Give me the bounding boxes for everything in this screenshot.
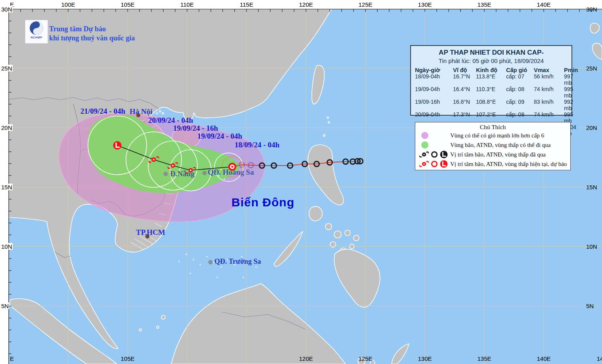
legend-icon-cell bbox=[419, 131, 450, 140]
legend: Chú Thích Vùng có thể có gió mạnh lớn hơ… bbox=[415, 122, 571, 170]
place-label-TP.HCM: TP.HCM bbox=[136, 228, 165, 237]
table-cell: 992 mb bbox=[564, 99, 578, 111]
axis-label-bottom-135E: 135E bbox=[477, 355, 491, 362]
axis-label-bottom-125E: 125E bbox=[358, 355, 372, 362]
place-label-Hà Nội: Hà Nội bbox=[130, 107, 153, 116]
island-mindoro bbox=[309, 206, 323, 221]
table-cell: 113.8°E bbox=[476, 73, 505, 86]
axis-label-bottom-130E: 130E bbox=[418, 355, 432, 362]
axis-label-top-105E: 105E bbox=[120, 1, 134, 8]
table-cell: 110.3°E bbox=[476, 86, 505, 99]
table-cell: cấp: 09 bbox=[506, 99, 533, 111]
table-cell: cấp: 07 bbox=[506, 73, 533, 86]
legend-title: Chú Thích bbox=[419, 124, 567, 131]
forecast-low-marker bbox=[113, 141, 122, 150]
black-symbols-icon bbox=[419, 150, 450, 159]
table-cell: 19/09-16h bbox=[415, 99, 452, 111]
org-name-line1: Trung tâm Dự báo bbox=[49, 25, 135, 34]
track-date-label: 21/09/24 - 04h bbox=[80, 107, 125, 116]
city-dot-QĐ. Hoàng Sa bbox=[203, 171, 206, 175]
axis-label-bottom-120E: 120E bbox=[299, 355, 313, 362]
axis-label-right-10N: 10N bbox=[586, 243, 597, 250]
table-cell: 995 mb bbox=[564, 86, 578, 99]
table-cell: 56 km/h bbox=[534, 73, 563, 86]
table-header: Kinh độ bbox=[476, 67, 505, 73]
table-cell: 16.8°N bbox=[453, 99, 475, 111]
table-cell: 16.7°N bbox=[453, 73, 475, 86]
axis-label-left-30N: 30N bbox=[1, 6, 13, 13]
table-cell: 74 km/h bbox=[534, 86, 563, 99]
axis-label-bottom-140E: 140E bbox=[537, 355, 550, 362]
legend-item: Vùng bão, ATNĐ, vùng thấp có thể đi qua bbox=[419, 140, 567, 150]
city-dot-Đ.Nẵng bbox=[164, 172, 168, 176]
green-circle-icon bbox=[419, 140, 450, 150]
axis-label-top-130E: 130E bbox=[418, 1, 432, 8]
axis-label-bottom-14: 14 bbox=[597, 355, 602, 362]
axis-label-left-5N: 5N bbox=[1, 303, 9, 309]
axis-label-top-115E: 115E bbox=[240, 1, 253, 8]
axis-label-right-15N: 15N bbox=[586, 184, 597, 191]
axis-label-right-25N: 25N bbox=[586, 65, 597, 72]
table-cell: 83 km/h bbox=[534, 99, 563, 111]
red-symbols-icon bbox=[419, 159, 450, 169]
legend-icon-cell bbox=[419, 159, 450, 169]
legend-icon-cell bbox=[419, 140, 450, 150]
place-label-QĐ. Trường Sa: QĐ. Trường Sa bbox=[214, 257, 261, 266]
org-name-line2: khí tượng thuỷ văn quốc gia bbox=[49, 34, 135, 43]
place-label-QĐ. Hoàng Sa: QĐ. Hoàng Sa bbox=[208, 168, 254, 177]
table-header: Vĩ độ bbox=[453, 67, 475, 73]
axis-label-right-30N: 30N bbox=[586, 6, 597, 13]
legend-rows: Vùng có thể có gió mạnh lớn hơn cấp 6Vùn… bbox=[419, 131, 567, 169]
legend-item-text: Vị trí tâm bão, ATNĐ, vùng thấp hiện tại… bbox=[450, 161, 567, 168]
axis-label-left-10N: 10N bbox=[1, 243, 13, 250]
axis-label-right-20N: 20N bbox=[586, 124, 597, 131]
place-label-Đ.Nẵng: Đ.Nẵng bbox=[170, 170, 195, 178]
legend-item: Vị trí tâm bão, ATNĐ, vùng thấp đã qua bbox=[419, 150, 567, 159]
track-date-label: 20/09/24 - 04h bbox=[148, 116, 193, 125]
table-header: Pmin bbox=[564, 67, 578, 73]
axis-label-top-125E: 125E bbox=[358, 1, 372, 8]
track-date-label: 18/09/24 - 04h bbox=[235, 141, 279, 149]
legend-item: Vị trí tâm bão, ATNĐ, vùng thấp hiện tại… bbox=[419, 159, 567, 169]
table-cell: 16.4°N bbox=[453, 86, 475, 99]
axis-label-bottom-E: E bbox=[10, 355, 14, 362]
axis-label-bottom-105E: 105E bbox=[120, 355, 134, 362]
table-cell: 18/09-04h bbox=[415, 73, 452, 86]
axis-label-right-5N: 5N bbox=[586, 303, 594, 309]
axis-label-top-140E: 140E bbox=[537, 1, 550, 8]
city-dot-QĐ. Trường Sa bbox=[208, 260, 212, 264]
legend-item-text: Vị trí tâm bão, ATNĐ, vùng thấp đã qua bbox=[450, 151, 546, 158]
legend-item-text: Vùng bão, ATNĐ, vùng thấp có thể đi qua bbox=[450, 142, 550, 149]
table-cell: 19/09-04h bbox=[415, 86, 452, 99]
bulletin-issued-time: Tin phát lúc: 05 giờ 00 phút, 18/09/2024 bbox=[415, 57, 568, 64]
table-header: Vmax bbox=[534, 67, 563, 73]
track-date-label: 19/09/24 - 04h bbox=[197, 132, 242, 141]
legend-item: Vùng có thể có gió mạnh lớn hơn cấp 6 bbox=[419, 131, 567, 140]
axis-label-left-20N: 20N bbox=[1, 124, 13, 131]
axis-label-top-120E: 120E bbox=[299, 1, 313, 8]
logo-text: NCHMF bbox=[31, 36, 42, 39]
table-cell: cấp: 08 bbox=[506, 86, 533, 99]
purple-circle-icon bbox=[419, 131, 450, 140]
table-cell: 108.8°E bbox=[476, 99, 505, 111]
table-header: Cấp gió bbox=[506, 67, 533, 73]
axis-label-top-135E: 135E bbox=[477, 1, 491, 8]
bulletin-info-box: AP THAP NHIET DOI KHAN CAP- Tin phát lúc… bbox=[410, 45, 572, 116]
table-header: Ngày-giờ bbox=[415, 67, 452, 73]
legend-item-text: Vùng có thể có gió mạnh lớn hơn cấp 6 bbox=[450, 132, 544, 139]
bulletin-title: AP THAP NHIET DOI KHAN CAP- bbox=[415, 49, 568, 57]
sea-name-label: Biển Đông bbox=[231, 196, 294, 209]
legend-icon-cell bbox=[419, 150, 450, 159]
track-date-label: 19/09/24 - 16h bbox=[173, 124, 218, 133]
axis-label-left-25N: 25N bbox=[1, 65, 13, 72]
storm-forecast-map: NCHMF Trung tâm Dự báo khí tượng thuỷ vă… bbox=[0, 0, 602, 364]
org-name: Trung tâm Dự báo khí tượng thuỷ văn quốc… bbox=[49, 25, 135, 43]
axis-label-left-15N: 15N bbox=[1, 184, 13, 191]
nchmf-logo-emblem bbox=[29, 20, 44, 36]
nchmf-logo: NCHMF bbox=[25, 20, 48, 44]
table-cell: 997 mb bbox=[564, 73, 578, 86]
axis-label-top-110E: 110E bbox=[180, 1, 194, 8]
axis-label-top-100E: 100E bbox=[61, 1, 75, 8]
